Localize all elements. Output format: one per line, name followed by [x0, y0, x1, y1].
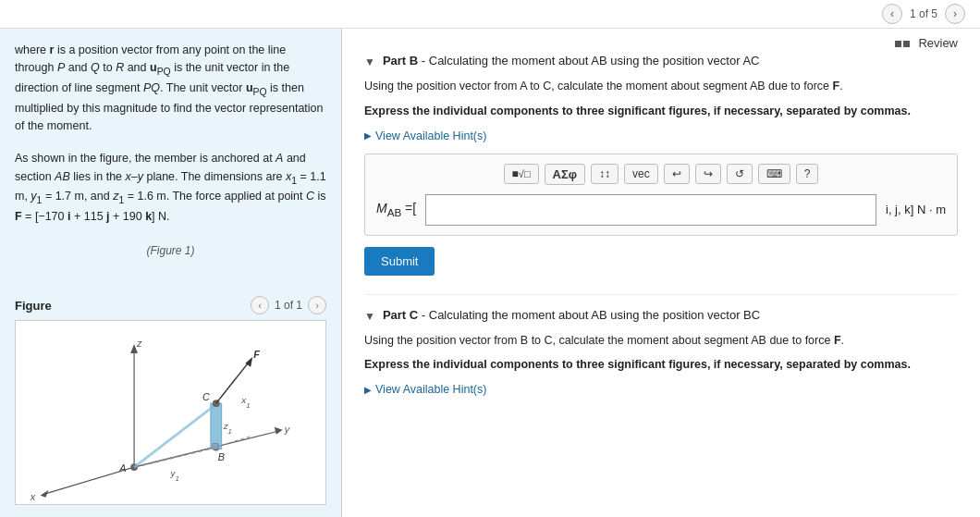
- greek-icon: ΑΣφ: [553, 167, 578, 181]
- help-icon: ?: [804, 167, 811, 180]
- svg-text:B: B: [218, 451, 225, 462]
- figure-caption: (Figure 1): [15, 244, 326, 257]
- force-label-b: F: [833, 80, 840, 92]
- arrows-button[interactable]: ↕↕: [591, 164, 619, 184]
- figure-label: Figure: [15, 299, 52, 313]
- matrix-icon: ■: [512, 167, 519, 180]
- hint-label: View Available Hint(s): [375, 129, 486, 142]
- vec-label: vec: [632, 167, 650, 180]
- sqrt-icon: √□: [519, 168, 531, 179]
- redo-icon: ↪: [704, 167, 713, 180]
- matrix-button[interactable]: ■ √□: [504, 164, 539, 184]
- svg-text:y: y: [284, 424, 290, 435]
- figure-header: Figure ‹ 1 of 1 ›: [15, 296, 326, 314]
- part-b-express-note: Express the individual components to thr…: [364, 103, 958, 120]
- figure-prev-button[interactable]: ‹: [251, 296, 269, 314]
- right-panel: Review ▼ Part B - Calculating the moment…: [342, 29, 980, 517]
- arrows-icon: ↕↕: [599, 167, 610, 180]
- input-label: MAB =[: [376, 201, 416, 218]
- main-layout: where r is a position vector from any po…: [0, 29, 980, 517]
- redo-button[interactable]: ↪: [695, 164, 721, 184]
- reset-icon: ↺: [735, 167, 744, 180]
- next-page-button[interactable]: ›: [945, 4, 965, 24]
- part-c-collapse-icon: ▼: [364, 310, 375, 323]
- part-c-description: Using the position vector from B to C, c…: [364, 332, 958, 350]
- prev-page-button[interactable]: ‹: [882, 4, 902, 24]
- part-c-hint-link[interactable]: ▶ View Available Hint(s): [364, 383, 958, 396]
- greek-button[interactable]: ΑΣφ: [545, 164, 586, 185]
- review-icon: [895, 36, 913, 50]
- hint-arrow-icon: ▶: [364, 130, 372, 141]
- svg-rect-16: [211, 403, 222, 449]
- keyboard-icon: ⌨: [766, 167, 782, 180]
- input-row: MAB =[ i, j, k] N · m: [376, 194, 946, 226]
- submit-button[interactable]: Submit: [364, 247, 435, 276]
- figure-nav: ‹ 1 of 1 ›: [251, 296, 326, 314]
- left-panel: where r is a position vector from any po…: [0, 29, 342, 517]
- page-indicator: 1 of 5: [910, 7, 937, 20]
- reset-button[interactable]: ↺: [727, 164, 753, 184]
- part-b-answer-box: ■ √□ ΑΣφ ↕↕ vec ↩: [364, 154, 958, 236]
- part-c-header[interactable]: ▼ Part C - Calculating the moment about …: [364, 308, 958, 323]
- answer-input-b[interactable]: [425, 194, 876, 226]
- part-c-hint-label: View Available Hint(s): [375, 383, 486, 396]
- top-navigation: ‹ 1 of 5 ›: [882, 4, 965, 24]
- figure-page-indicator: 1 of 1: [275, 299, 302, 312]
- part-b-collapse-icon: ▼: [364, 55, 375, 68]
- part-b-hint-link[interactable]: ▶ View Available Hint(s): [364, 129, 958, 142]
- problem-text: As shown in the figure, the member is an…: [15, 150, 326, 226]
- figure-section: Figure ‹ 1 of 1 › z: [15, 296, 326, 505]
- help-button[interactable]: ?: [796, 164, 819, 184]
- keyboard-button[interactable]: ⌨: [758, 164, 790, 184]
- part-b-description: Using the position vector from A to C, c…: [364, 78, 958, 95]
- force-label-c: F: [834, 334, 841, 347]
- part-c-section: ▼ Part C - Calculating the moment about …: [364, 294, 958, 397]
- figure-svg: z y x A B y1: [16, 321, 325, 504]
- svg-text:F: F: [253, 349, 260, 360]
- figure-next-button[interactable]: ›: [308, 296, 326, 314]
- part-b-title: Part B - Calculating the moment about AB…: [383, 54, 760, 68]
- svg-text:x: x: [30, 491, 36, 502]
- svg-text:C: C: [202, 391, 210, 402]
- part-b-header[interactable]: ▼ Part B - Calculating the moment about …: [364, 54, 958, 68]
- vec-button[interactable]: vec: [624, 164, 658, 184]
- math-toolbar: ■ √□ ΑΣφ ↕↕ vec ↩: [376, 164, 946, 185]
- undo-icon: ↩: [672, 167, 681, 180]
- svg-text:A: A: [118, 462, 126, 474]
- unit-label-b: i, j, k] N · m: [886, 203, 946, 216]
- review-label: Review: [918, 36, 958, 50]
- part-b-section: ▼ Part B - Calculating the moment about …: [364, 54, 958, 276]
- part-c-hint-arrow-icon: ▶: [364, 385, 372, 395]
- review-bar: Review: [364, 29, 958, 54]
- part-c-express-note: Express the individual components to thr…: [364, 356, 958, 374]
- intro-text: where r is a position vector from any po…: [15, 42, 326, 135]
- svg-text:z: z: [136, 338, 142, 349]
- review-button[interactable]: Review: [895, 36, 958, 50]
- part-c-title: Part C - Calculating the moment about AB…: [383, 308, 760, 322]
- undo-button[interactable]: ↩: [664, 164, 690, 184]
- top-bar: ‹ 1 of 5 ›: [0, 0, 980, 29]
- figure-image: z y x A B y1: [15, 320, 326, 505]
